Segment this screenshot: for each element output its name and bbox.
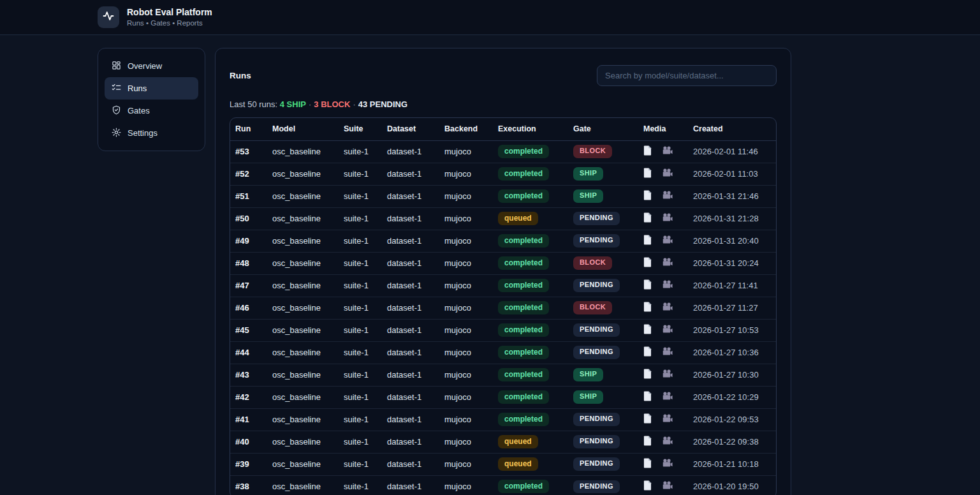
run-created: 2026-02-01 11:03 <box>688 163 777 185</box>
table-row[interactable]: #41 osc_baseline suite-1 dataset-1 mujoc… <box>230 408 777 431</box>
report-doc-icon[interactable] <box>643 145 652 158</box>
top-bar: Robot Eval Platform Runs • Gates • Repor… <box>0 0 980 35</box>
column-header-created: Created <box>688 118 777 140</box>
video-camera-icon[interactable] <box>662 168 673 179</box>
run-backend: mujoco <box>439 274 493 297</box>
gate-status-badge: PENDING <box>573 212 620 225</box>
run-suite: suite-1 <box>339 386 382 408</box>
report-doc-icon[interactable] <box>643 235 652 247</box>
run-suite: suite-1 <box>339 207 382 230</box>
report-doc-icon[interactable] <box>643 436 652 448</box>
execution-status-badge: completed <box>498 234 549 247</box>
gate-status-badge: PENDING <box>573 323 620 336</box>
page-title: Runs <box>230 71 251 80</box>
table-row[interactable]: #44 osc_baseline suite-1 dataset-1 mujoc… <box>230 341 777 364</box>
video-camera-icon[interactable] <box>662 213 673 224</box>
run-backend: mujoco <box>439 163 493 185</box>
run-created: 2026-01-22 09:53 <box>688 408 777 431</box>
video-camera-icon[interactable] <box>662 436 673 447</box>
table-row[interactable]: #50 osc_baseline suite-1 dataset-1 mujoc… <box>230 207 777 230</box>
video-camera-icon[interactable] <box>662 392 673 403</box>
video-camera-icon[interactable] <box>662 414 673 425</box>
table-row[interactable]: #53 osc_baseline suite-1 dataset-1 mujoc… <box>230 140 777 163</box>
report-doc-icon[interactable] <box>643 190 652 202</box>
video-camera-icon[interactable] <box>662 146 673 157</box>
report-doc-icon[interactable] <box>643 257 652 269</box>
column-header-run: Run <box>230 118 267 140</box>
report-doc-icon[interactable] <box>643 168 652 180</box>
table-row[interactable]: #47 osc_baseline suite-1 dataset-1 mujoc… <box>230 274 777 297</box>
sidebar-item-settings[interactable]: Settings <box>105 122 198 144</box>
run-model: osc_baseline <box>267 319 339 341</box>
column-header-model: Model <box>267 118 339 140</box>
execution-status-badge: completed <box>498 346 549 359</box>
video-camera-icon[interactable] <box>662 302 673 313</box>
run-created: 2026-01-31 21:46 <box>688 185 777 207</box>
table-row[interactable]: #46 osc_baseline suite-1 dataset-1 mujoc… <box>230 297 777 319</box>
column-header-dataset: Dataset <box>382 118 439 140</box>
table-row[interactable]: #40 osc_baseline suite-1 dataset-1 mujoc… <box>230 431 777 453</box>
summary-count: 4 SHIP <box>280 100 306 109</box>
run-model: osc_baseline <box>267 431 339 453</box>
video-camera-icon[interactable] <box>662 481 673 492</box>
run-id: #42 <box>230 386 267 408</box>
sidebar-item-overview[interactable]: Overview <box>105 55 198 77</box>
video-camera-icon[interactable] <box>662 191 673 202</box>
report-doc-icon[interactable] <box>643 279 652 292</box>
execution-status-badge: completed <box>498 390 549 404</box>
report-doc-icon[interactable] <box>643 212 652 225</box>
run-backend: mujoco <box>439 230 493 252</box>
report-doc-icon[interactable] <box>643 413 652 425</box>
sidebar-item-runs[interactable]: Runs <box>105 77 198 100</box>
run-model: osc_baseline <box>267 341 339 364</box>
video-camera-icon[interactable] <box>662 258 673 269</box>
run-created: 2026-01-22 10:29 <box>688 386 777 408</box>
execution-status-badge: queued <box>498 435 538 448</box>
run-id: #44 <box>230 341 267 364</box>
run-created: 2026-01-27 10:53 <box>688 319 777 341</box>
video-camera-icon[interactable] <box>662 369 673 380</box>
table-row[interactable]: #43 osc_baseline suite-1 dataset-1 mujoc… <box>230 364 777 386</box>
run-model: osc_baseline <box>267 453 339 475</box>
table-row[interactable]: #48 osc_baseline suite-1 dataset-1 mujoc… <box>230 252 777 274</box>
report-doc-icon[interactable] <box>643 324 652 336</box>
execution-status-badge: completed <box>498 279 549 292</box>
video-camera-icon[interactable] <box>662 347 673 358</box>
run-suite: suite-1 <box>339 364 382 386</box>
table-row[interactable]: #51 osc_baseline suite-1 dataset-1 mujoc… <box>230 185 777 207</box>
video-camera-icon[interactable] <box>662 325 673 336</box>
execution-status-badge: completed <box>498 323 549 337</box>
gate-status-badge: PENDING <box>573 480 620 493</box>
run-id: #40 <box>230 431 267 453</box>
run-created: 2026-01-27 10:36 <box>688 341 777 364</box>
run-created: 2026-01-20 19:50 <box>688 475 777 495</box>
table-row[interactable]: #42 osc_baseline suite-1 dataset-1 mujoc… <box>230 386 777 408</box>
run-created: 2026-02-01 11:46 <box>688 140 777 163</box>
run-backend: mujoco <box>439 386 493 408</box>
run-backend: mujoco <box>439 319 493 341</box>
run-suite: suite-1 <box>339 319 382 341</box>
report-doc-icon[interactable] <box>643 480 652 492</box>
report-doc-icon[interactable] <box>643 458 652 470</box>
video-camera-icon[interactable] <box>662 459 673 469</box>
report-doc-icon[interactable] <box>643 391 652 403</box>
execution-status-badge: completed <box>498 189 549 203</box>
report-doc-icon[interactable] <box>643 369 652 381</box>
video-camera-icon[interactable] <box>662 235 673 246</box>
table-row[interactable]: #52 osc_baseline suite-1 dataset-1 mujoc… <box>230 163 777 185</box>
gate-status-badge: PENDING <box>573 346 620 358</box>
run-backend: mujoco <box>439 140 493 163</box>
report-doc-icon[interactable] <box>643 346 652 358</box>
sidebar-item-gates[interactable]: Gates <box>105 100 198 122</box>
shield-check-icon <box>112 105 121 117</box>
table-row[interactable]: #38 osc_baseline suite-1 dataset-1 mujoc… <box>230 475 777 495</box>
search-input[interactable] <box>597 65 777 86</box>
table-row[interactable]: #49 osc_baseline suite-1 dataset-1 mujoc… <box>230 230 777 252</box>
table-row[interactable]: #39 osc_baseline suite-1 dataset-1 mujoc… <box>230 453 777 475</box>
video-camera-icon[interactable] <box>662 280 673 291</box>
table-header-row: RunModelSuiteDatasetBackendExecutionGate… <box>230 118 777 140</box>
run-dataset: dataset-1 <box>382 341 439 364</box>
report-doc-icon[interactable] <box>643 302 652 314</box>
run-created: 2026-01-31 21:28 <box>688 207 777 230</box>
table-row[interactable]: #45 osc_baseline suite-1 dataset-1 mujoc… <box>230 319 777 341</box>
